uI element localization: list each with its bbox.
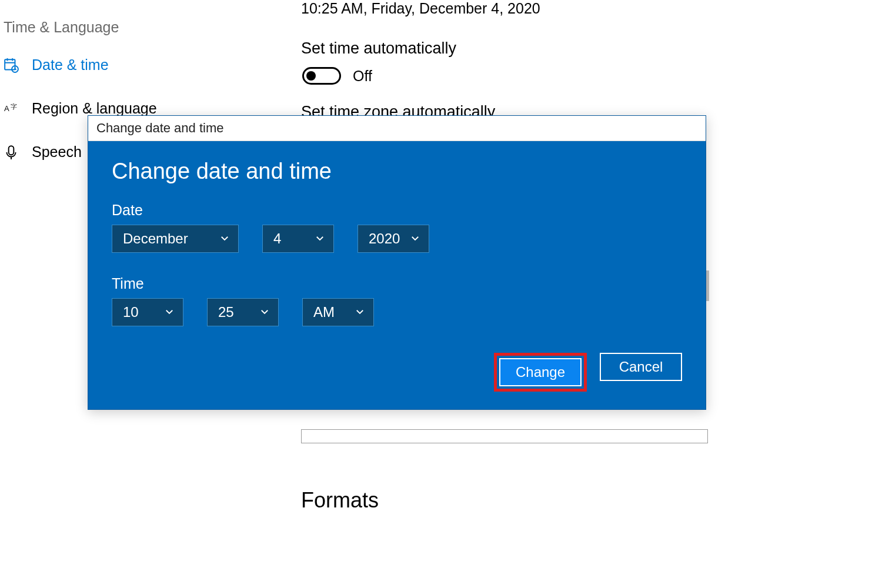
chevron-down-icon: [355, 304, 365, 320]
year-dropdown[interactable]: 2020: [358, 225, 429, 253]
chevron-down-icon: [410, 230, 420, 247]
set-time-auto-state: Off: [353, 68, 372, 85]
nav-speech-label: Speech: [32, 143, 82, 161]
svg-text:A: A: [4, 104, 9, 113]
cancel-button[interactable]: Cancel: [600, 353, 682, 381]
date-label: Date: [112, 202, 682, 219]
change-date-time-dialog: Change date and time Change date and tim…: [88, 115, 706, 410]
nav-region-language[interactable]: A 字 Region & language: [4, 100, 157, 117]
language-icon: A 字: [4, 101, 19, 116]
dialog-heading: Change date and time: [112, 159, 682, 184]
time-label: Time: [112, 275, 682, 292]
chevron-down-icon: [164, 304, 175, 320]
svg-rect-9: [9, 146, 14, 155]
hour-dropdown[interactable]: 10: [112, 298, 183, 326]
svg-line-6: [15, 69, 16, 69]
nav-date-time-label: Date & time: [32, 56, 109, 74]
background-dropdown-remnant: [301, 429, 708, 443]
nav-region-language-label: Region & language: [32, 100, 157, 117]
chevron-down-icon: [315, 230, 325, 247]
current-datetime-text: 10:25 AM, Friday, December 4, 2020: [301, 0, 540, 17]
formats-heading: Formats: [301, 488, 379, 513]
hour-value: 10: [123, 304, 139, 320]
calendar-clock-icon: [4, 58, 19, 73]
change-button[interactable]: Change: [499, 358, 582, 386]
ampm-value: AM: [313, 304, 335, 320]
chevron-down-icon: [259, 304, 270, 320]
dialog-titlebar: Change date and time: [88, 116, 706, 141]
year-value: 2020: [369, 230, 400, 247]
microphone-icon: [4, 145, 19, 160]
settings-section-header: Time & Language: [4, 19, 119, 36]
toggle-knob: [306, 71, 316, 81]
month-dropdown[interactable]: December: [112, 225, 239, 253]
change-button-highlight: Change: [494, 353, 587, 392]
svg-text:字: 字: [11, 103, 17, 110]
nav-speech[interactable]: Speech: [4, 143, 82, 161]
day-dropdown[interactable]: 4: [262, 225, 334, 253]
set-time-auto-label: Set time automatically: [301, 39, 456, 58]
nav-date-time[interactable]: Date & time: [4, 56, 109, 74]
minute-dropdown[interactable]: 25: [207, 298, 279, 326]
ampm-dropdown[interactable]: AM: [302, 298, 374, 326]
day-value: 4: [273, 230, 281, 247]
month-value: December: [123, 230, 188, 247]
set-time-auto-toggle[interactable]: [302, 67, 341, 85]
svg-rect-0: [5, 59, 15, 69]
chevron-down-icon: [219, 230, 230, 247]
minute-value: 25: [218, 304, 234, 320]
